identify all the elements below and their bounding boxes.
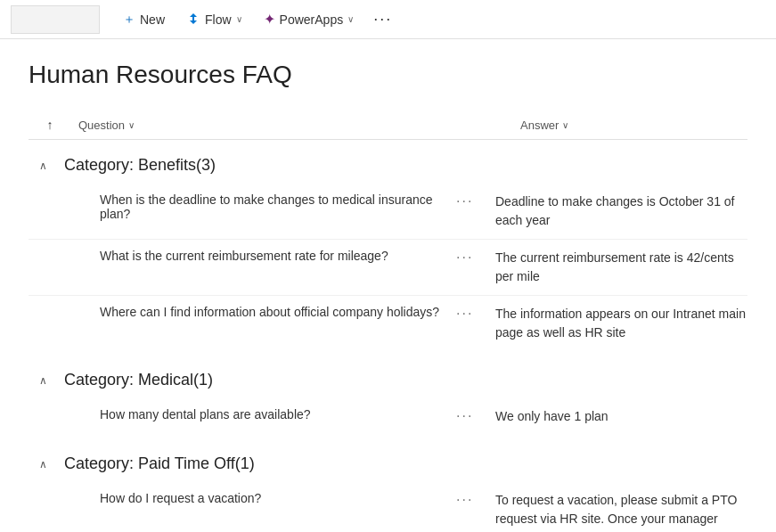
category-chevron-benefits-icon: ∧ (29, 160, 57, 172)
row-more-button[interactable]: ··· (456, 491, 488, 508)
category-title-medical: Category: Medical(1) (64, 371, 213, 389)
question-sort-button[interactable]: Question ∨ (78, 119, 499, 132)
new-button[interactable]: ＋ New (114, 7, 174, 32)
answer-column-header: Answer ∨ (499, 119, 747, 132)
flow-chevron-icon: ∨ (236, 14, 242, 24)
faq-answer: The current reimbursement rate is 42/cen… (488, 249, 747, 286)
powerapps-icon: ✦ (264, 11, 275, 28)
answer-col-label: Answer (520, 119, 559, 132)
category-title-pto: Category: Paid Time Off(1) (64, 454, 255, 473)
flow-icon (186, 12, 200, 27)
answer-sort-button[interactable]: Answer ∨ (520, 119, 747, 132)
row-more-button[interactable]: ··· (456, 407, 488, 424)
question-column-header: Question ∨ (71, 119, 499, 132)
category-header-benefits[interactable]: ∧ Category: Benefits(3) (29, 147, 747, 184)
flow-label: Flow (205, 12, 232, 27)
sort-up-icon: ↑ (47, 118, 53, 132)
plus-icon: ＋ (123, 12, 135, 28)
app-logo (11, 5, 100, 34)
new-label: New (140, 12, 165, 27)
flow-button[interactable]: Flow ∨ (177, 8, 251, 31)
answer-sort-icon: ∨ (562, 120, 568, 130)
more-dots-label: ··· (373, 10, 392, 29)
row-more-button[interactable]: ··· (456, 192, 488, 209)
question-sort-icon: ∨ (128, 120, 135, 130)
powerapps-chevron-icon: ∨ (347, 14, 354, 24)
table-row: When is the deadline to make changes to … (29, 184, 747, 240)
faq-question: Where can I find information about offic… (100, 305, 456, 319)
powerapps-label: PowerApps (280, 12, 344, 27)
categories-container: ∧ Category: Benefits(3) When is the dead… (29, 147, 747, 532)
faq-question: How do I request a vacation? (100, 491, 456, 505)
category-group-pto: ∧ Category: Paid Time Off(1) How do I re… (29, 446, 747, 532)
row-more-button[interactable]: ··· (456, 305, 488, 322)
row-more-button[interactable]: ··· (456, 249, 488, 266)
faq-answer: The information appears on our Intranet … (488, 305, 747, 342)
table-row: What is the current reimbursement rate f… (29, 240, 747, 296)
table-header: ↑ Question ∨ Answer ∨ (29, 110, 747, 140)
category-header-pto[interactable]: ∧ Category: Paid Time Off(1) (29, 446, 747, 482)
faq-answer: Deadline to make changes is October 31 o… (488, 192, 747, 230)
faq-question: What is the current reimbursement rate f… (100, 249, 456, 263)
table-row: How do I request a vacation? ··· To requ… (29, 482, 747, 532)
more-button[interactable]: ··· (366, 5, 399, 33)
faq-answer: We only have 1 plan (488, 407, 747, 426)
faq-question: When is the deadline to make changes to … (100, 192, 456, 221)
question-col-label: Question (78, 119, 125, 132)
faq-question: How many dental plans are available? (100, 407, 456, 422)
sort-up-button[interactable]: ↑ (29, 118, 71, 132)
table-row: Where can I find information about offic… (29, 296, 747, 351)
category-header-medical[interactable]: ∧ Category: Medical(1) (29, 362, 747, 398)
powerapps-button[interactable]: ✦ PowerApps ∨ (255, 6, 363, 32)
category-chevron-medical-icon: ∧ (29, 374, 57, 387)
category-title-benefits: Category: Benefits(3) (64, 156, 216, 175)
table-row: How many dental plans are available? ···… (29, 398, 747, 435)
page-title: Human Resources FAQ (29, 61, 747, 89)
faq-answer: To request a vacation, please submit a P… (488, 491, 747, 532)
category-group-benefits: ∧ Category: Benefits(3) When is the dead… (29, 147, 747, 351)
category-chevron-pto-icon: ∧ (29, 458, 57, 471)
category-group-medical: ∧ Category: Medical(1) How many dental p… (29, 362, 747, 435)
page-content: Human Resources FAQ ↑ Question ∨ Answer … (0, 39, 776, 532)
toolbar: ＋ New Flow ∨ ✦ PowerApps ∨ ··· (0, 0, 776, 39)
